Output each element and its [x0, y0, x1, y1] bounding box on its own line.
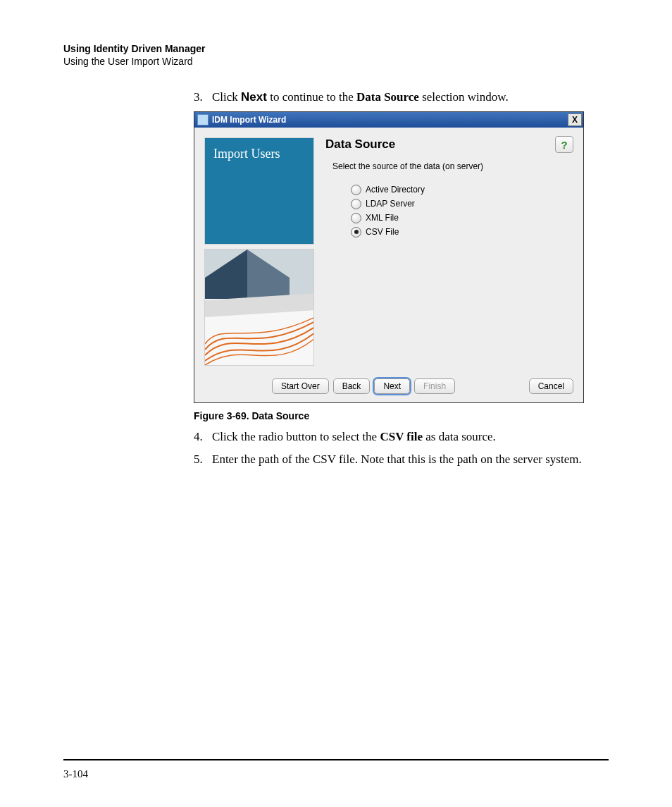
- next-button[interactable]: Next: [374, 378, 410, 394]
- close-icon[interactable]: X: [568, 113, 582, 126]
- step-number: 3.: [194, 89, 212, 106]
- page-number: 3-104: [63, 768, 88, 780]
- titlebar-app-icon: [197, 114, 209, 125]
- running-header-title: Using Identity Driven Manager: [63, 42, 609, 55]
- radio-icon: [351, 227, 361, 238]
- radio-label: LDAP Server: [366, 199, 415, 209]
- radio-icon: [351, 199, 361, 209]
- running-header: Using Identity Driven Manager Using the …: [63, 42, 609, 68]
- step-text: Enter the path of the CSV file. Note tha…: [212, 451, 582, 468]
- radio-active-directory[interactable]: Active Directory: [351, 183, 573, 197]
- panel-title: Data Source: [325, 137, 573, 152]
- step-3: 3. Click Next to continue to the Data So…: [194, 89, 609, 106]
- radio-csv-file[interactable]: CSV File: [351, 225, 573, 239]
- cancel-button[interactable]: Cancel: [529, 378, 573, 394]
- radio-xml-file[interactable]: XML File: [351, 211, 573, 225]
- radio-ldap-server[interactable]: LDAP Server: [351, 197, 573, 211]
- titlebar-title: IDM Import Wizard: [212, 115, 568, 125]
- figure-caption: Figure 3-69. Data Source: [194, 410, 609, 421]
- step-4: 4. Click the radio button to select the …: [194, 429, 609, 445]
- radio-label: XML File: [366, 213, 399, 223]
- step-5: 5. Enter the path of the CSV file. Note …: [194, 451, 609, 468]
- radio-label: Active Directory: [366, 185, 425, 195]
- radio-label: CSV File: [366, 227, 399, 237]
- step-text: Click Next to continue to the Data Sourc…: [212, 89, 509, 106]
- help-icon[interactable]: ?: [555, 136, 573, 153]
- wizard-button-row: Start Over Back Next Finish Cancel: [204, 378, 573, 394]
- radio-icon: [351, 185, 361, 195]
- step-number: 5.: [194, 451, 212, 468]
- wizard-side-title: Import Users: [204, 137, 314, 245]
- finish-button: Finish: [414, 378, 455, 394]
- titlebar: IDM Import Wizard X: [194, 112, 583, 128]
- footer-rule: [63, 759, 609, 760]
- running-header-subtitle: Using the User Import Wizard: [63, 55, 609, 68]
- radio-icon: [351, 213, 361, 223]
- wizard-side-image: [204, 249, 314, 366]
- wizard-side-panel: Import Users: [204, 137, 314, 366]
- step-text: Click the radio button to select the CSV…: [212, 429, 496, 445]
- step-number: 4.: [194, 429, 212, 445]
- back-button[interactable]: Back: [333, 378, 371, 394]
- panel-subtitle: Select the source of the data (on server…: [332, 161, 573, 171]
- wizard-dialog: IDM Import Wizard X Import Users: [194, 111, 584, 403]
- start-over-button[interactable]: Start Over: [272, 378, 329, 394]
